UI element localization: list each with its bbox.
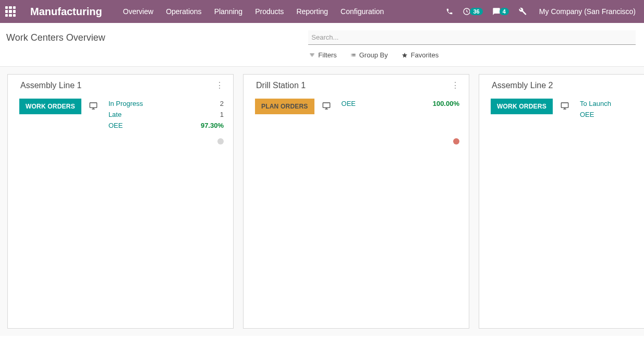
filter-icon (309, 52, 315, 58)
monitor-icon[interactable] (560, 102, 569, 110)
card-title[interactable]: Assembly Line 1 (20, 81, 81, 90)
stat-row: In Progress 2 (108, 100, 224, 107)
card-stats: OEE 100.00% (342, 99, 459, 143)
page-title: Work Centers Overview (6, 30, 308, 43)
work-orders-button[interactable]: WORK ORDERS (19, 99, 81, 114)
stat-label[interactable]: OEE (580, 111, 594, 118)
company-selector[interactable]: My Company (San Francisco) (539, 7, 636, 16)
settings-icon[interactable] (518, 7, 527, 16)
app-title[interactable]: Manufacturing (30, 6, 102, 18)
svg-rect-3 (561, 103, 568, 107)
menu-overview[interactable]: Overview (123, 7, 153, 16)
monitor-icon[interactable] (322, 102, 331, 110)
menu-configuration[interactable]: Configuration (341, 7, 384, 16)
phone-icon[interactable] (446, 8, 453, 15)
stat-value: 97.30% (201, 122, 224, 129)
status-dot[interactable] (453, 138, 459, 145)
workcenter-card: Assembly Line 2 WORK ORDERS To Launch OE… (479, 74, 644, 329)
kebab-icon[interactable]: ⋮ (449, 81, 461, 90)
status-dot[interactable] (217, 138, 224, 145)
stat-label[interactable]: Late (108, 111, 121, 118)
card-stats: To Launch OEE (580, 99, 636, 143)
main-menu: Overview Operations Planning Products Re… (123, 7, 446, 16)
kanban-board: Assembly Line 1 ⋮ WORK ORDERS In Progres… (0, 67, 644, 336)
stat-row: To Launch (580, 100, 636, 107)
svg-rect-2 (323, 103, 330, 107)
menu-operations[interactable]: Operations (166, 7, 201, 16)
search-tools: Filters Group By Favorites (308, 45, 636, 66)
stat-value: 2 (220, 100, 224, 107)
activities-badge: 36 (470, 8, 482, 15)
messages-badge: 4 (500, 8, 509, 15)
topbar: Manufacturing Overview Operations Planni… (0, 0, 644, 23)
stat-row: OEE 97.30% (108, 122, 224, 129)
filters-button[interactable]: Filters (309, 51, 336, 59)
menu-planning[interactable]: Planning (214, 7, 243, 16)
card-title[interactable]: Assembly Line 2 (492, 81, 553, 90)
topbar-right: 36 4 My Company (San Francisco) (446, 7, 636, 16)
stat-row: Late 1 (108, 111, 224, 118)
control-panel: Work Centers Overview Filters Group By F… (0, 23, 644, 67)
messages-button[interactable]: 4 (492, 7, 509, 16)
filters-label: Filters (318, 51, 336, 59)
favorites-label: Favorites (411, 51, 439, 59)
stat-value: 1 (220, 111, 224, 118)
stat-value: 100.00% (433, 100, 459, 107)
list-icon (350, 52, 356, 58)
workcenter-card: Drill Station 1 ⋮ PLAN ORDERS OEE 100.00… (243, 74, 469, 329)
card-stats: In Progress 2 Late 1 OEE 97.30% (108, 99, 224, 143)
favorites-button[interactable]: Favorites (402, 51, 439, 59)
svg-rect-1 (90, 103, 96, 107)
stat-row: OEE (580, 111, 636, 118)
stat-label[interactable]: In Progress (108, 100, 143, 107)
menu-reporting[interactable]: Reporting (296, 7, 328, 16)
plan-orders-button[interactable]: PLAN ORDERS (255, 99, 314, 114)
card-title[interactable]: Drill Station 1 (256, 81, 306, 90)
menu-products[interactable]: Products (255, 7, 284, 16)
groupby-button[interactable]: Group By (350, 51, 388, 59)
stat-label[interactable]: To Launch (580, 100, 611, 107)
monitor-icon[interactable] (89, 102, 98, 110)
stat-label[interactable]: OEE (108, 122, 123, 129)
stat-label[interactable]: OEE (342, 100, 356, 107)
star-icon (402, 52, 408, 58)
search-input[interactable] (308, 30, 636, 45)
work-orders-button[interactable]: WORK ORDERS (491, 99, 553, 114)
stat-row: OEE 100.00% (342, 100, 459, 107)
groupby-label: Group By (359, 51, 388, 59)
kebab-icon[interactable]: ⋮ (213, 81, 226, 90)
search-area: Filters Group By Favorites (308, 30, 636, 66)
activities-button[interactable]: 36 (463, 7, 482, 16)
workcenter-card: Assembly Line 1 ⋮ WORK ORDERS In Progres… (7, 74, 234, 329)
apps-icon[interactable] (5, 6, 16, 17)
